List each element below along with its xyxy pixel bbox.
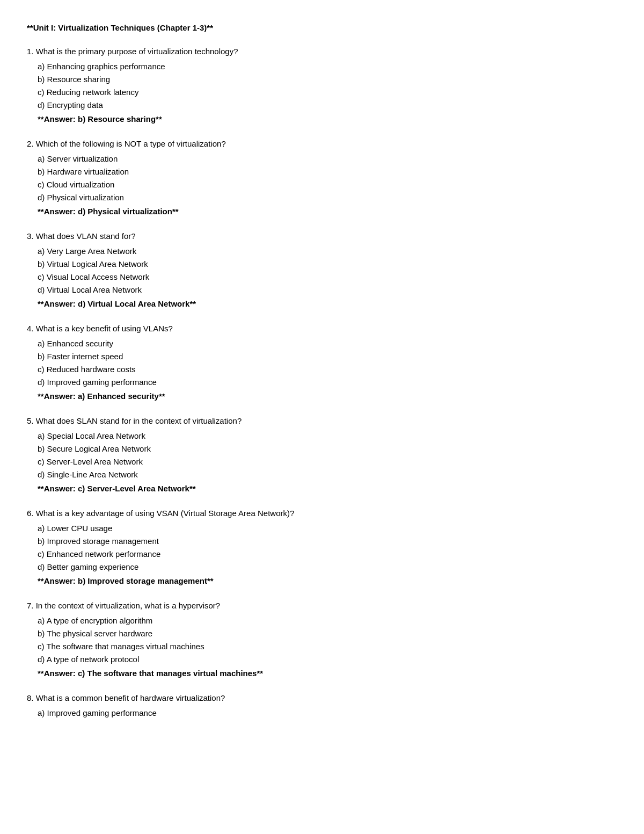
question-1-option-3: d) Encrypting data	[38, 99, 617, 112]
question-4-option-2: c) Reduced hardware costs	[38, 363, 617, 376]
question-7-option-1: b) The physical server hardware	[38, 627, 617, 640]
question-text-2: 2. Which of the following is NOT a type …	[27, 137, 617, 150]
question-text-5: 5. What does SLAN stand for in the conte…	[27, 415, 617, 427]
question-4-option-3: d) Improved gaming performance	[38, 376, 617, 389]
question-text-3: 3. What does VLAN stand for?	[27, 230, 617, 243]
question-block-1: 1. What is the primary purpose of virtua…	[27, 45, 617, 126]
question-block-8: 8. What is a common benefit of hardware …	[27, 692, 617, 720]
question-1-answer: **Answer: b) Resource sharing**	[38, 113, 617, 126]
question-block-4: 4. What is a key benefit of using VLANs?…	[27, 322, 617, 403]
question-1-option-0: a) Enhancing graphics performance	[38, 60, 617, 73]
question-3-option-3: d) Virtual Local Area Network	[38, 284, 617, 296]
question-5-option-1: b) Secure Logical Area Network	[38, 443, 617, 455]
question-6-option-3: d) Better gaming experience	[38, 561, 617, 574]
question-2-answer: **Answer: d) Physical virtualization**	[38, 205, 617, 218]
question-2-option-0: a) Server virtualization	[38, 153, 617, 165]
question-block-6: 6. What is a key advantage of using VSAN…	[27, 507, 617, 588]
question-text-1: 1. What is the primary purpose of virtua…	[27, 45, 617, 58]
question-block-5: 5. What does SLAN stand for in the conte…	[27, 415, 617, 495]
question-2-option-2: c) Cloud virtualization	[38, 178, 617, 191]
question-5-answer: **Answer: c) Server-Level Area Network**	[38, 482, 617, 495]
question-3-option-2: c) Visual Local Access Network	[38, 271, 617, 284]
question-7-option-0: a) A type of encryption algorithm	[38, 614, 617, 627]
question-6-option-2: c) Enhanced network performance	[38, 548, 617, 561]
question-4-option-1: b) Faster internet speed	[38, 350, 617, 363]
question-block-2: 2. Which of the following is NOT a type …	[27, 137, 617, 218]
question-7-option-2: c) The software that manages virtual mac…	[38, 640, 617, 653]
question-6-answer: **Answer: b) Improved storage management…	[38, 575, 617, 588]
question-6-option-1: b) Improved storage management	[38, 535, 617, 548]
question-8-option-0: a) Improved gaming performance	[38, 707, 617, 720]
question-5-option-3: d) Single-Line Area Network	[38, 468, 617, 481]
question-text-7: 7. In the context of virtualization, wha…	[27, 599, 617, 612]
question-text-8: 8. What is a common benefit of hardware …	[27, 692, 617, 705]
question-3-option-1: b) Virtual Logical Area Network	[38, 258, 617, 271]
question-4-answer: **Answer: a) Enhanced security**	[38, 390, 617, 403]
question-5-option-2: c) Server-Level Area Network	[38, 455, 617, 468]
page-title: **Unit I: Virtualization Techniques (Cha…	[27, 21, 617, 34]
question-text-6: 6. What is a key advantage of using VSAN…	[27, 507, 617, 520]
question-5-option-0: a) Special Local Area Network	[38, 430, 617, 443]
question-3-option-0: a) Very Large Area Network	[38, 245, 617, 258]
question-text-4: 4. What is a key benefit of using VLANs?	[27, 322, 617, 335]
question-3-answer: **Answer: d) Virtual Local Area Network*…	[38, 298, 617, 310]
question-1-option-2: c) Reducing network latency	[38, 86, 617, 99]
question-7-answer: **Answer: c) The software that manages v…	[38, 667, 617, 680]
question-4-option-0: a) Enhanced security	[38, 337, 617, 350]
question-block-7: 7. In the context of virtualization, wha…	[27, 599, 617, 680]
question-2-option-3: d) Physical virtualization	[38, 191, 617, 204]
question-7-option-3: d) A type of network protocol	[38, 653, 617, 666]
question-block-3: 3. What does VLAN stand for?a) Very Larg…	[27, 230, 617, 310]
question-1-option-1: b) Resource sharing	[38, 73, 617, 86]
question-6-option-0: a) Lower CPU usage	[38, 522, 617, 535]
question-2-option-1: b) Hardware virtualization	[38, 165, 617, 178]
